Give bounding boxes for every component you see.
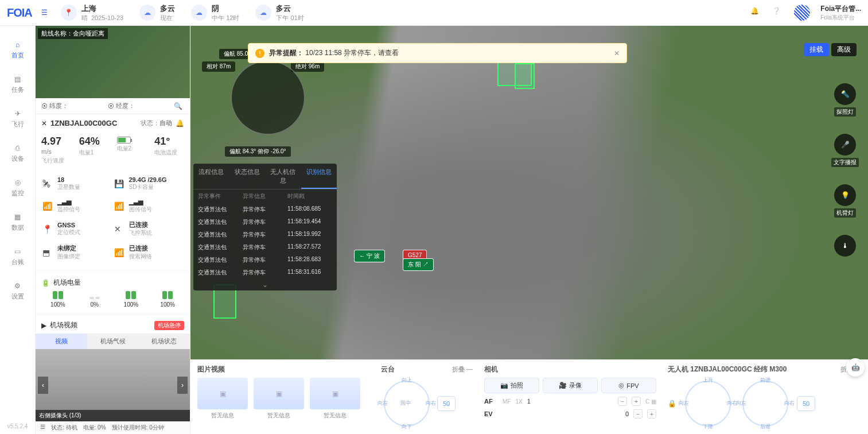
nav-data[interactable]: ▦数据 bbox=[0, 205, 35, 239]
drone-speed[interactable]: 50 bbox=[797, 396, 815, 411]
af-row: AFMF 1X1 −+ C ▦ bbox=[484, 397, 656, 406]
user-info[interactable]: Foia平台管... Foia系统平台 bbox=[820, 4, 861, 22]
tab-state[interactable]: 状态信息 bbox=[229, 164, 266, 189]
media-thumb[interactable]: ▣暂无信息 bbox=[254, 378, 304, 420]
tab-video[interactable]: 视频 bbox=[36, 334, 87, 349]
drone-header: ✕ 1ZNBJAL00C00GC 状态：自动 🔔 bbox=[36, 114, 190, 132]
video-icon: ▶ bbox=[41, 321, 46, 330]
bind-icon: ⬒ bbox=[42, 248, 54, 257]
gps-icon: 📍 bbox=[42, 224, 54, 234]
detection-row[interactable]: 交通算法包异常停车11:58:31.616 bbox=[193, 266, 337, 279]
battery-icon bbox=[117, 137, 131, 144]
apron-power: 🔋机场电量 100% 0% 100% 100% bbox=[36, 273, 190, 312]
nav-ledger[interactable]: ▭台账 bbox=[0, 239, 35, 274]
coord-bar: ⦿ 纬度： ⦿ 经度： 🔍 bbox=[36, 98, 190, 114]
header: FOIA ☰ 📍 上海 晴 2025-10-23 ☁ 多云现在 ☁ 阴中午 12… bbox=[0, 0, 868, 26]
cloud-icon: ☁ bbox=[139, 5, 155, 21]
lng-field[interactable]: ⦿ 经度： bbox=[108, 102, 170, 110]
minus-button[interactable]: − bbox=[633, 409, 643, 418]
drone-ctrl-title: 无人机 1ZNBJAL00C00GC 经纬 M300 bbox=[668, 365, 787, 374]
mode-badges: 挂载 高级 bbox=[804, 43, 857, 56]
badge-payload[interactable]: 挂载 bbox=[804, 43, 829, 56]
battery-icon: 🔋 bbox=[41, 279, 50, 287]
record-button[interactable]: 🎥 录像 bbox=[543, 378, 598, 393]
location-city: 上海 bbox=[81, 3, 123, 14]
fpv-button[interactable]: ◎ FPV bbox=[601, 378, 656, 393]
road-sign: 东 阳 ↗ bbox=[403, 258, 434, 271]
minus-button[interactable]: − bbox=[618, 397, 627, 406]
plus-button[interactable]: + bbox=[647, 409, 656, 418]
road-sign: ← 宁 波 bbox=[354, 250, 385, 262]
bell-icon[interactable]: 🔔 bbox=[176, 119, 184, 127]
detection-row[interactable]: 交通算法包异常停车11:58:19.992 bbox=[193, 228, 337, 241]
throttle-pad[interactable]: 上升 向左 向右 下降 bbox=[682, 378, 734, 429]
detection-row[interactable]: 交通算法包异常停车11:58:27.572 bbox=[193, 241, 337, 254]
tab-detect[interactable]: 识别信息 bbox=[301, 164, 337, 189]
nav-device[interactable]: ⎙设备 bbox=[0, 136, 35, 170]
video-tabs: 视频 机场气候 机场状态 bbox=[36, 334, 190, 349]
media-thumb[interactable]: ▣暂无信息 bbox=[197, 378, 248, 420]
detection-row[interactable]: 交通算法包异常停车11:58:08.685 bbox=[193, 203, 337, 216]
direction-pad[interactable]: 前进 向左 向右 后退 bbox=[739, 378, 791, 429]
collapse-button[interactable]: 折叠 — bbox=[452, 365, 473, 374]
media-thumb[interactable]: ▣暂无信息 bbox=[310, 378, 360, 420]
close-icon[interactable]: ✕ bbox=[614, 49, 620, 57]
tts-button[interactable]: 🎤 bbox=[834, 134, 856, 156]
weather-pm: ☁ 多云下午 01时 bbox=[255, 3, 303, 22]
info-panel: 流程信息 状态信息 无人机信息 识别信息 异常事件异常信息时间戳 交通算法包异常… bbox=[193, 164, 337, 290]
version: v5.5.2.4 bbox=[7, 418, 28, 434]
expand-icon[interactable]: ⌄ bbox=[193, 279, 337, 290]
photo-button[interactable]: 📷 拍照 bbox=[484, 378, 539, 393]
tab-uav[interactable]: 无人机信息 bbox=[265, 164, 301, 189]
plus-button[interactable]: + bbox=[632, 397, 641, 406]
temp-button[interactable]: 🌡 bbox=[834, 235, 856, 257]
menu-toggle-icon[interactable]: ☰ bbox=[38, 6, 52, 20]
help-icon[interactable]: ❔ bbox=[772, 7, 784, 18]
right-tools: 🔦探照灯 🎤文字播报 💡机臂灯 🌡 bbox=[831, 83, 859, 257]
alert-banner: ! 异常提醒： 10/23 11:58 异常停车，请查看 ✕ bbox=[248, 43, 627, 63]
gimbal-speed[interactable]: 50 bbox=[437, 396, 456, 411]
detection-row[interactable]: 交通算法包异常停车11:58:19.454 bbox=[193, 216, 337, 228]
task-icon: ▤ bbox=[14, 75, 21, 83]
minimap[interactable]: 航线名称：金向哑距离 bbox=[36, 26, 190, 98]
apron-status: ☰状态: 待机电量: 0%预计使用时间: 0分钟 bbox=[36, 421, 190, 434]
nav-home[interactable]: ⌂首页 bbox=[0, 33, 35, 67]
device-icon: ⎙ bbox=[15, 144, 20, 152]
spotlight-button[interactable]: 🔦 bbox=[834, 83, 856, 105]
drone-icon: ✕ bbox=[41, 119, 47, 127]
nav-task[interactable]: ▤任务 bbox=[0, 67, 35, 102]
home-icon: ⌂ bbox=[15, 41, 20, 49]
data-icon: ▦ bbox=[14, 213, 21, 221]
warning-icon: ! bbox=[255, 49, 264, 58]
apron-camera: ‹ › 右侧摄像头 (1/3) bbox=[36, 349, 190, 421]
tab-status[interactable]: 机场状态 bbox=[138, 334, 190, 349]
bell-icon[interactable]: 🔔 bbox=[750, 7, 762, 18]
monitor-icon: ◎ bbox=[15, 179, 21, 187]
search-icon[interactable]: 🔍 bbox=[174, 102, 184, 110]
gimbal-pad[interactable]: 向上 向左 回中 向右 向下 bbox=[381, 378, 433, 429]
location-icon: 📍 bbox=[61, 5, 77, 21]
lock-icon[interactable]: 🔒 bbox=[668, 400, 676, 408]
cloud-icon: ☁ bbox=[255, 5, 271, 21]
armlight-button[interactable]: 💡 bbox=[834, 184, 856, 206]
avatar[interactable] bbox=[794, 5, 810, 21]
estop-tag[interactable]: 机场急停 bbox=[154, 321, 184, 330]
drone-stats: 4.97 m/s飞行速度 64%电量1 电量2 41°电池温度 bbox=[36, 132, 190, 170]
detection-row[interactable]: 交通算法包异常停车11:58:28.683 bbox=[193, 254, 337, 266]
nav-flight[interactable]: ✈飞行 bbox=[0, 102, 35, 136]
assistant-fab[interactable]: 🤖 bbox=[846, 358, 865, 377]
prev-cam[interactable]: ‹ bbox=[38, 377, 48, 394]
route-name: 航线名称：金向哑距离 bbox=[38, 28, 108, 39]
badge-advanced[interactable]: 高级 bbox=[831, 43, 857, 56]
tab-climate[interactable]: 机场气候 bbox=[87, 334, 139, 349]
bottom-panel: 图片视频 ▣暂无信息 ▣暂无信息 ▣暂无信息 云台折叠 — 向上 向左 回中 向… bbox=[190, 359, 868, 434]
tab-process[interactable]: 流程信息 bbox=[193, 164, 229, 189]
nav-settings[interactable]: ⚙设置 bbox=[0, 274, 35, 308]
lat-field[interactable]: ⦿ 纬度： bbox=[41, 102, 103, 110]
link-icon: ✕ bbox=[114, 224, 126, 234]
nav-monitor[interactable]: ◎监控 bbox=[0, 170, 35, 205]
location-tile: 📍 上海 晴 2025-10-23 bbox=[61, 3, 123, 22]
left-panel: 航线名称：金向哑距离 ⦿ 纬度： ⦿ 经度： 🔍 ✕ 1ZNBJAL00C00G… bbox=[36, 26, 190, 434]
next-cam[interactable]: › bbox=[177, 377, 188, 394]
hud-rel: 相对 87m bbox=[202, 61, 235, 72]
